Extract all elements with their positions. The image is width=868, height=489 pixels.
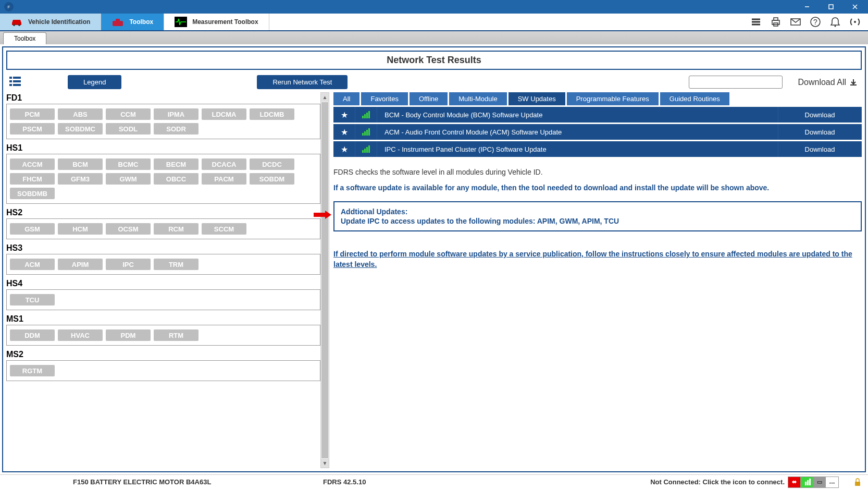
module-chip[interactable]: HVAC — [58, 329, 103, 341]
scrollbar[interactable]: ▲ ▼ — [320, 92, 329, 468]
search-box[interactable] — [689, 76, 783, 89]
nav-tab-toolbox[interactable]: Toolbox — [101, 14, 164, 30]
status-connection: Not Connected: Click the icon to connect… — [650, 478, 785, 486]
filter-tab[interactable]: Guided Routines — [660, 92, 729, 105]
filter-tab[interactable]: SW Updates — [509, 92, 565, 105]
module-chip[interactable]: TCU — [10, 294, 55, 305]
print-icon[interactable] — [769, 15, 783, 29]
download-button[interactable]: Download — [778, 141, 862, 157]
svg-rect-6 — [113, 21, 123, 26]
status-dash-icon[interactable]: --- — [826, 477, 838, 487]
network-section: HS2GSMHCMOCSMRCMSCCM — [6, 207, 320, 239]
nav-tab-label: Vehicle Identification — [28, 18, 90, 26]
module-chip[interactable]: DDM — [10, 329, 55, 341]
module-chip[interactable]: SCCM — [202, 223, 246, 235]
waveform-icon — [175, 17, 187, 27]
filter-tab[interactable]: All — [333, 92, 359, 105]
module-chip[interactable]: DCACA — [202, 158, 246, 170]
bell-icon[interactable] — [828, 15, 842, 29]
scroll-thumb[interactable] — [321, 102, 328, 458]
update-row: ★BCM - Body Control Module (BCM) Softwar… — [333, 107, 862, 123]
module-chip[interactable]: PSCM — [10, 123, 55, 135]
svg-rect-13 — [774, 18, 778, 20]
module-chip[interactable]: APIM — [58, 259, 103, 270]
status-error-icon[interactable]: ⬌ — [788, 477, 801, 487]
module-chip[interactable]: CCM — [106, 108, 151, 120]
module-chip[interactable]: HCM — [58, 223, 103, 235]
module-chip[interactable]: SOBDMB — [10, 188, 55, 199]
module-chip[interactable]: PCM — [10, 108, 55, 120]
sub-tabs: Toolbox — [0, 31, 868, 44]
update-row: ★IPC - Instrument Panel Cluster (IPC) So… — [333, 141, 862, 157]
menu-icon[interactable] — [749, 15, 763, 29]
module-chip[interactable]: BCM — [58, 158, 103, 170]
module-chip[interactable]: IPMA — [154, 108, 199, 120]
network-body: TCU — [6, 289, 320, 310]
module-chip[interactable]: PDM — [106, 329, 151, 341]
help-icon[interactable]: ? — [809, 15, 822, 29]
module-chip[interactable]: SOBDMC — [58, 123, 103, 135]
module-chip[interactable]: RGTM — [10, 365, 55, 376]
status-signal-icon[interactable] — [801, 477, 813, 487]
list-view-icon[interactable] — [9, 76, 21, 89]
module-chip[interactable]: RCM — [154, 223, 199, 235]
filter-tab[interactable]: Programmable Features — [567, 92, 659, 105]
close-button[interactable] — [843, 0, 867, 14]
nav-tab-measurement[interactable]: Measurement Toolbox — [164, 14, 269, 30]
broadcast-icon[interactable] — [848, 15, 862, 29]
filter-tab[interactable]: Multi-Module — [449, 92, 506, 105]
nav-tab-label: Toolbox — [129, 18, 153, 26]
svg-rect-22 — [9, 80, 12, 82]
module-chip[interactable]: DCDC — [250, 158, 294, 170]
status-version: FDRS 42.5.10 — [323, 478, 366, 486]
module-chip[interactable]: IPC — [106, 259, 151, 270]
filter-tab[interactable]: Favorites — [361, 92, 407, 105]
module-chip[interactable]: ACCM — [10, 158, 55, 170]
module-chip[interactable]: BCMC — [106, 158, 151, 170]
module-chip[interactable]: PACM — [202, 173, 246, 185]
module-chip[interactable]: SODR — [154, 123, 199, 135]
module-chip[interactable]: GSM — [10, 223, 55, 235]
status-vci-icon[interactable]: ▭ — [813, 477, 826, 487]
module-chip[interactable]: GFM3 — [58, 173, 103, 185]
download-all-button[interactable]: Download All — [798, 78, 858, 87]
maximize-button[interactable] — [819, 0, 843, 14]
legend-button[interactable]: Legend — [68, 75, 121, 89]
svg-rect-1 — [829, 5, 833, 9]
scroll-down-button[interactable]: ▼ — [321, 459, 329, 468]
favorite-button[interactable]: ★ — [333, 107, 355, 123]
sub-tab-toolbox[interactable]: Toolbox — [3, 32, 46, 44]
download-button[interactable]: Download — [778, 107, 862, 123]
scroll-up-button[interactable]: ▲ — [321, 93, 329, 102]
favorite-button[interactable]: ★ — [333, 124, 355, 140]
signal-icon — [355, 124, 377, 140]
minimize-button[interactable] — [795, 0, 819, 14]
module-chip[interactable]: SODL — [106, 123, 151, 135]
module-chip[interactable]: FHCM — [10, 173, 55, 185]
network-header: FD1 — [6, 92, 320, 104]
svg-rect-12 — [772, 20, 779, 25]
lock-icon[interactable] — [852, 477, 863, 487]
module-chip[interactable]: LDCMB — [250, 108, 294, 120]
module-chip[interactable]: LDCMA — [202, 108, 246, 120]
favorite-button[interactable]: ★ — [333, 141, 355, 157]
mail-icon[interactable] — [789, 15, 802, 29]
module-chip[interactable]: OCSM — [106, 223, 151, 235]
network-body: RGTM — [6, 360, 320, 381]
module-chip[interactable]: OBCC — [154, 173, 199, 185]
download-button[interactable]: Download — [778, 124, 862, 140]
module-chip[interactable]: RTM — [154, 329, 199, 341]
nav-tab-vehicle-id[interactable]: Vehicle Identification — [0, 14, 101, 30]
module-chip[interactable]: SOBDM — [250, 173, 294, 185]
module-chip[interactable]: BECM — [154, 158, 199, 170]
module-chip[interactable]: GWM — [106, 173, 151, 185]
search-input[interactable] — [693, 78, 781, 86]
module-chip[interactable]: ABS — [58, 108, 103, 120]
svg-text:?: ? — [813, 18, 817, 26]
network-body: GSMHCMOCSMRCMSCCM — [6, 218, 320, 239]
filter-tab[interactable]: Offline — [410, 92, 448, 105]
network-header: HS2 — [6, 207, 320, 218]
rerun-network-test-button[interactable]: Rerun Network Test — [257, 75, 348, 89]
module-chip[interactable]: ACM — [10, 259, 55, 270]
module-chip[interactable]: TRM — [154, 259, 199, 270]
